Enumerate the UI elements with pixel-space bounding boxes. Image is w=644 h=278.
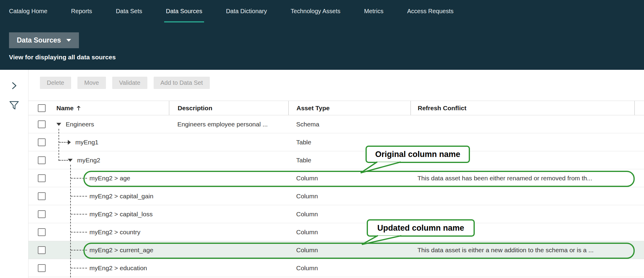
row-checkbox[interactable] — [38, 138, 46, 146]
asset-name: myEng2 > age — [89, 175, 130, 182]
refresh-conflict-cell: This data asset has been either renamed … — [411, 175, 634, 182]
asset-type-cell: Table — [288, 157, 411, 164]
filter-icon[interactable] — [9, 100, 19, 112]
nav-item-catalog-home[interactable]: Catalog Home — [9, 0, 47, 22]
view-description: View for displaying all data sources — [9, 54, 644, 61]
nav-item-technology-assets[interactable]: Technology Assets — [291, 0, 341, 22]
table-row[interactable]: myEng2 Table — [29, 151, 644, 169]
table-row[interactable]: myEng1 Table — [29, 133, 644, 151]
nav-label: Data Dictionary — [226, 8, 267, 15]
name-cell: myEng1 — [52, 133, 169, 151]
app-screen: Catalog Home Reports Data Sets Data Sour… — [0, 0, 644, 278]
asset-type-cell: Column — [288, 247, 411, 254]
nav-label: Technology Assets — [291, 8, 341, 15]
expand-panel-icon[interactable] — [11, 81, 17, 91]
view-selector-label: Data Sources — [17, 36, 61, 44]
name-cell: myEng2 > age — [52, 169, 169, 187]
row-checkbox[interactable] — [38, 264, 46, 272]
nav-label: Catalog Home — [9, 8, 47, 15]
sort-ascending-icon — [77, 105, 81, 111]
name-cell: myEng2 > capital_gain — [52, 187, 169, 205]
checkbox-cell — [29, 192, 52, 200]
delete-button[interactable]: Delete — [40, 77, 71, 89]
toolbar: Delete Move Validate Add to Data Set — [40, 77, 644, 89]
name-cell: myEng2 > capital_loss — [52, 205, 169, 223]
asset-type-cell: Schema — [288, 121, 411, 128]
table-row[interactable]: myEng2 > capital_loss Column — [29, 205, 644, 223]
asset-name: myEng2 > capital_gain — [89, 193, 153, 200]
row-checkbox[interactable] — [38, 210, 46, 218]
view-selector-button[interactable]: Data Sources — [9, 32, 79, 48]
table-row[interactable]: Engineers Engineers employee personal ..… — [29, 115, 644, 133]
nav-item-data-sets[interactable]: Data Sets — [116, 0, 142, 22]
nav-item-reports[interactable]: Reports — [71, 0, 92, 22]
asset-name: myEng2 — [77, 157, 100, 164]
move-button[interactable]: Move — [77, 77, 106, 89]
column-header-description[interactable]: Description — [169, 101, 288, 115]
main-area: Delete Move Validate Add to Data Set Nam… — [0, 70, 644, 278]
column-header-label: Name — [56, 105, 74, 112]
name-cell: myEng2 > education — [52, 259, 169, 277]
row-checkbox[interactable] — [38, 174, 46, 182]
asset-name: Engineers — [66, 121, 94, 128]
column-header-name[interactable]: Name — [52, 105, 169, 112]
checkbox-cell — [29, 138, 52, 146]
collapse-icon[interactable] — [56, 123, 61, 126]
table-row[interactable]: myEng2 > capital_gain Column — [29, 187, 644, 205]
row-checkbox[interactable] — [38, 246, 46, 254]
select-all-checkbox[interactable] — [38, 104, 46, 112]
nav-item-metrics[interactable]: Metrics — [364, 0, 383, 22]
left-rail — [0, 70, 29, 278]
name-cell: Engineers — [52, 115, 169, 133]
header-checkbox-cell — [29, 104, 52, 112]
row-checkbox[interactable] — [38, 192, 46, 200]
asset-type-cell: Column — [288, 265, 411, 272]
data-sources-table: Name Description Asset Type Refresh Conf… — [29, 101, 644, 277]
asset-type-cell: Column — [288, 193, 411, 200]
row-checkbox[interactable] — [38, 228, 46, 236]
asset-type-cell: Table — [288, 139, 411, 146]
page-header: Data Sources View for displaying all dat… — [0, 22, 644, 70]
checkbox-cell — [29, 228, 52, 236]
nav-label: Metrics — [364, 8, 383, 15]
nav-item-access-requests[interactable]: Access Requests — [407, 0, 454, 22]
asset-name: myEng2 > country — [89, 229, 140, 236]
asset-type-cell: Column — [288, 211, 411, 218]
table-row[interactable]: myEng2 > current_age Column This data as… — [29, 241, 644, 259]
checkbox-cell — [29, 174, 52, 182]
checkbox-cell — [29, 246, 52, 254]
name-cell: myEng2 > current_age — [52, 241, 169, 259]
table-row[interactable]: myEng2 > country Column — [29, 223, 644, 241]
nav-label: Data Sets — [116, 8, 142, 15]
nav-label: Data Sources — [166, 8, 202, 15]
table-row[interactable]: myEng2 > education Column — [29, 259, 644, 277]
validate-button[interactable]: Validate — [112, 77, 147, 89]
column-header-asset-type[interactable]: Asset Type — [288, 101, 411, 115]
expand-icon[interactable] — [68, 140, 71, 145]
checkbox-cell — [29, 264, 52, 272]
description-cell: Engineers employee personal ... — [169, 121, 288, 128]
nav-label: Reports — [71, 8, 92, 15]
asset-name: myEng2 > capital_loss — [89, 211, 153, 218]
nav-item-data-sources[interactable]: Data Sources — [166, 0, 202, 22]
row-checkbox[interactable] — [38, 120, 46, 128]
table-header-row: Name Description Asset Type Refresh Conf… — [29, 101, 644, 115]
chevron-down-icon — [66, 39, 71, 42]
content-area: Delete Move Validate Add to Data Set Nam… — [29, 70, 644, 278]
asset-type-cell: Column — [288, 175, 411, 182]
nav-item-data-dictionary[interactable]: Data Dictionary — [226, 0, 267, 22]
collapse-icon[interactable] — [68, 159, 73, 162]
refresh-conflict-cell: This data asset is either a new addition… — [411, 247, 634, 254]
column-header-spacer — [634, 101, 644, 115]
nav-label: Access Requests — [407, 8, 454, 15]
asset-type-cell: Column — [288, 229, 411, 236]
asset-name: myEng2 > current_age — [89, 247, 153, 254]
name-cell: myEng2 — [52, 151, 169, 169]
top-nav: Catalog Home Reports Data Sets Data Sour… — [0, 0, 644, 22]
table-row[interactable]: myEng2 > age Column This data asset has … — [29, 169, 644, 187]
column-header-refresh-conflict[interactable]: Refresh Conflict — [411, 101, 634, 115]
asset-name: myEng1 — [75, 139, 98, 146]
checkbox-cell — [29, 156, 52, 164]
add-to-data-set-button[interactable]: Add to Data Set — [154, 77, 210, 89]
row-checkbox[interactable] — [38, 156, 46, 164]
